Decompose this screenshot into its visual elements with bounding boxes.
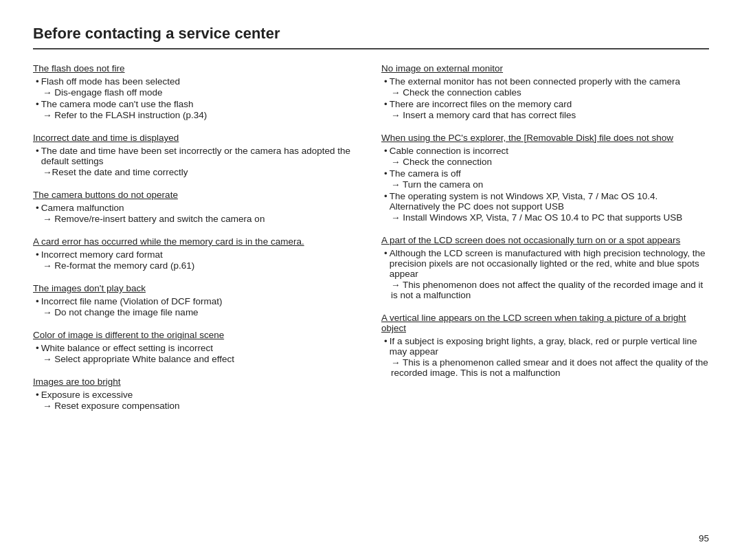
bullet-icon: • xyxy=(36,203,39,213)
section-lcd-spot: A part of the LCD screen does not occasi… xyxy=(381,235,709,300)
bullet-item: •Camera malfunction xyxy=(33,203,361,213)
bullet-icon: • xyxy=(36,249,39,260)
bullet-item: •The date and time have been set incorre… xyxy=(33,146,361,166)
section-flash: The flash does not fire•Flash off mode h… xyxy=(33,63,361,120)
section-title-no-image: No image on external monitor xyxy=(381,63,709,74)
section-title-date-time: Incorrect date and time is displayed xyxy=(33,133,361,143)
bullet-text: The operating system is not Windows XP, … xyxy=(390,191,709,212)
arrow-item: → This is a phenomenon called smear and … xyxy=(381,357,709,378)
bullet-icon: • xyxy=(384,99,387,109)
bullet-icon: • xyxy=(384,191,387,201)
bullet-text: White balance or effect setting is incor… xyxy=(41,343,213,353)
bullet-item: •The external monitor has not been conne… xyxy=(381,76,709,87)
bullet-text: Cable connection is incorrect xyxy=(390,146,508,156)
right-column: No image on external monitor•The externa… xyxy=(381,63,709,423)
section-card-error: A card error has occurred while the memo… xyxy=(33,236,361,271)
bullet-text: Flash off mode has been selected xyxy=(41,76,180,87)
bullet-item: •The camera is off xyxy=(381,168,709,179)
bullet-icon: • xyxy=(384,248,387,258)
bullet-icon: • xyxy=(384,168,387,179)
bullet-item: •The operating system is not Windows XP,… xyxy=(381,191,709,212)
section-title-color: Color of image is different to the origi… xyxy=(33,330,361,340)
bullet-item: •Incorrect file name (Violation of DCF f… xyxy=(33,296,361,306)
section-bright: Images are too bright•Exposure is excess… xyxy=(33,377,361,411)
bullet-text: The external monitor has not been connec… xyxy=(390,76,680,87)
section-title-vertical-line: A vertical line appears on the LCD scree… xyxy=(381,313,709,333)
bullet-text: Camera malfunction xyxy=(41,203,124,213)
arrow-item: → Check the connection xyxy=(381,157,709,167)
section-title-playback: The images don't play back xyxy=(33,283,361,293)
bullet-text: Although the LCD screen is manufactured … xyxy=(390,248,709,279)
bullet-item: •Incorrect memory card format xyxy=(33,249,361,260)
bullet-text: The camera is off xyxy=(390,168,461,179)
bullet-item: •Cable connection is incorrect xyxy=(381,146,709,156)
section-camera-buttons: The camera buttons do not operate•Camera… xyxy=(33,190,361,224)
bullet-icon: • xyxy=(36,146,39,156)
arrow-item: → Dis-engage flash off mode xyxy=(33,87,361,98)
bullet-text: Exposure is excessive xyxy=(41,390,133,400)
section-title-flash: The flash does not fire xyxy=(33,63,361,74)
bullet-text: The date and time have been set incorrec… xyxy=(41,146,361,166)
bullet-item: •Exposure is excessive xyxy=(33,390,361,400)
page: Before contacting a service center The f… xyxy=(0,0,742,560)
bullet-text: There are incorrect files on the memory … xyxy=(390,99,572,109)
page-number: 95 xyxy=(699,533,709,544)
arrow-item: → Select appropriate White balance and e… xyxy=(33,354,361,364)
section-title-camera-buttons: The camera buttons do not operate xyxy=(33,190,361,200)
arrow-item: → Refer to the FLASH instruction (p.34) xyxy=(33,110,361,120)
section-title-removable-disk: When using the PC's explorer, the [Remov… xyxy=(381,133,709,143)
page-title: Before contacting a service center xyxy=(33,25,709,49)
section-playback: The images don't play back•Incorrect fil… xyxy=(33,283,361,317)
arrow-item: → Turn the camera on xyxy=(381,179,709,190)
section-vertical-line: A vertical line appears on the LCD scree… xyxy=(381,313,709,378)
bullet-icon: • xyxy=(384,76,387,87)
section-title-card-error: A card error has occurred while the memo… xyxy=(33,236,361,247)
bullet-icon: • xyxy=(36,390,39,400)
bullet-text: Incorrect file name (Violation of DCF fo… xyxy=(41,296,223,306)
bullet-text: Incorrect memory card format xyxy=(41,249,163,260)
section-removable-disk: When using the PC's explorer, the [Remov… xyxy=(381,133,709,223)
arrow-item: →Reset the date and time correctly xyxy=(33,167,361,177)
arrow-item: → Reset exposure compensation xyxy=(33,401,361,411)
section-title-lcd-spot: A part of the LCD screen does not occasi… xyxy=(381,235,709,245)
arrow-item: → This phenomenon does not affect the qu… xyxy=(381,280,709,300)
left-column: The flash does not fire•Flash off mode h… xyxy=(33,63,381,423)
section-no-image: No image on external monitor•The externa… xyxy=(381,63,709,120)
bullet-item: •White balance or effect setting is inco… xyxy=(33,343,361,353)
bullet-icon: • xyxy=(36,99,39,109)
arrow-item: → Re-format the memory card (p.61) xyxy=(33,260,361,271)
bullet-icon: • xyxy=(384,336,387,346)
bullet-item: •The camera mode can't use the flash xyxy=(33,99,361,109)
arrow-item: → Insert a memory card that has correct … xyxy=(381,110,709,120)
arrow-item: → Install Windows XP, Vista, 7 / Mac OS … xyxy=(381,212,709,223)
bullet-icon: • xyxy=(384,146,387,156)
content-area: The flash does not fire•Flash off mode h… xyxy=(33,63,709,423)
arrow-item: → Check the connection cables xyxy=(381,87,709,98)
bullet-text: If a subject is exposing bright lights, … xyxy=(390,336,709,357)
bullet-icon: • xyxy=(36,76,39,87)
bullet-icon: • xyxy=(36,343,39,353)
section-title-bright: Images are too bright xyxy=(33,377,361,387)
section-date-time: Incorrect date and time is displayed•The… xyxy=(33,133,361,177)
bullet-item: •There are incorrect files on the memory… xyxy=(381,99,709,109)
bullet-icon: • xyxy=(36,296,39,306)
bullet-text: The camera mode can't use the flash xyxy=(41,99,194,109)
arrow-item: → Remove/re-insert battery and switch th… xyxy=(33,214,361,224)
bullet-item: •Flash off mode has been selected xyxy=(33,76,361,87)
bullet-item: •If a subject is exposing bright lights,… xyxy=(381,336,709,357)
arrow-item: → Do not change the image file name xyxy=(33,307,361,317)
bullet-item: •Although the LCD screen is manufactured… xyxy=(381,248,709,279)
section-color: Color of image is different to the origi… xyxy=(33,330,361,364)
